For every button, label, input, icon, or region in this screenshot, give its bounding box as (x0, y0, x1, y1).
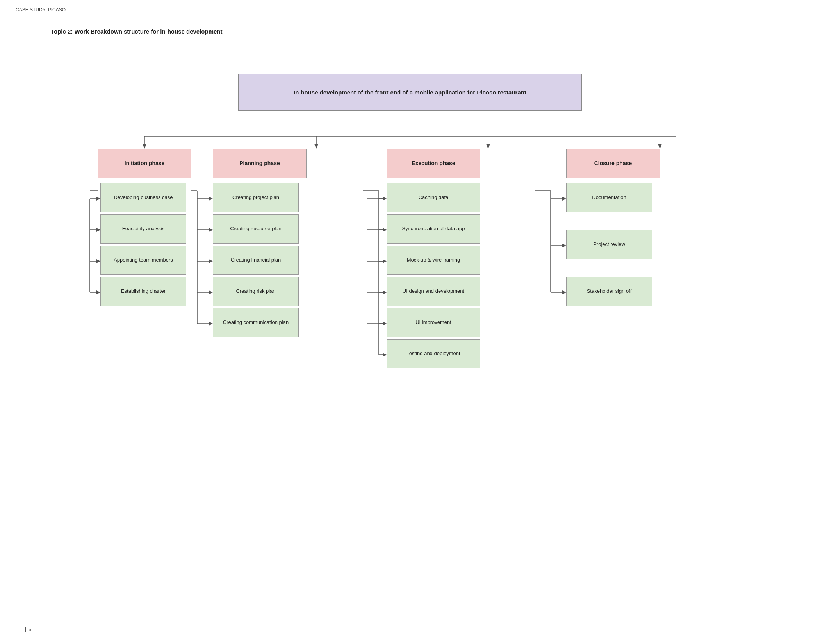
svg-marker-19 (96, 290, 100, 294)
phase-initiation: Initiation phase (98, 149, 191, 178)
plan-item-4: Creating risk plan (213, 277, 299, 306)
exec-item-5-text: UI improvement (415, 319, 451, 326)
svg-marker-53 (383, 322, 387, 326)
init-item-1-text: Developing business case (114, 194, 173, 201)
topic-title: Topic 2: Work Breakdown structure for in… (0, 12, 820, 43)
svg-marker-41 (383, 322, 387, 326)
closure-item-3-text: Stakeholder sign off (587, 288, 632, 295)
diagram-area: In-house development of the front-end of… (59, 43, 761, 74)
exec-item-4-text: UI design and development (403, 288, 464, 295)
svg-marker-15 (96, 228, 100, 232)
exec-item-6: Testing and deployment (387, 339, 480, 368)
plan-item-1-text: Creating project plan (232, 194, 279, 201)
closure-item-1: Documentation (566, 183, 652, 212)
svg-marker-51 (383, 290, 387, 294)
init-item-4-text: Establishing charter (121, 288, 166, 295)
closure-item-2: Project review (566, 230, 652, 259)
svg-marker-63 (562, 290, 566, 294)
phase-initiation-label: Initiation phase (125, 160, 165, 167)
phase-planning: Planning phase (213, 149, 307, 178)
svg-marker-3 (143, 144, 146, 149)
svg-marker-59 (562, 197, 566, 201)
closure-item-2-text: Project review (593, 241, 625, 248)
plan-item-5-text: Creating communication plan (223, 319, 289, 326)
phase-execution: Execution phase (387, 149, 480, 178)
svg-marker-9 (658, 144, 662, 149)
phase-planning-label: Planning phase (239, 160, 280, 167)
exec-item-3: Mock-up & wire framing (387, 246, 480, 275)
root-box-text: In-house development of the front-end of… (294, 88, 526, 96)
phase-execution-label: Execution phase (412, 160, 455, 167)
svg-marker-61 (562, 244, 566, 247)
svg-marker-13 (96, 197, 100, 201)
header-label: CASE STUDY: PICASO (16, 7, 66, 12)
init-item-4: Establishing charter (100, 277, 186, 306)
page-header: CASE STUDY: PICASO (0, 0, 820, 12)
svg-marker-25 (209, 228, 213, 232)
exec-item-1: Caching data (387, 183, 480, 212)
plan-item-2: Creating resource plan (213, 214, 299, 244)
svg-marker-29 (209, 290, 213, 294)
plan-item-3: Creating financial plan (213, 246, 299, 275)
svg-marker-33 (383, 197, 387, 201)
exec-item-6-text: Testing and deployment (406, 350, 460, 357)
closure-item-1-text: Documentation (592, 194, 626, 201)
init-item-3: Appointing team members (100, 246, 186, 275)
exec-item-5: UI improvement (387, 308, 480, 337)
svg-marker-31 (209, 322, 213, 326)
svg-marker-39 (383, 290, 387, 294)
exec-item-1-text: Caching data (419, 194, 449, 201)
phase-closure-label: Closure phase (594, 160, 632, 167)
topic-title-text: Topic 2: Work Breakdown structure for in… (51, 28, 223, 35)
page-footer: 6 (0, 624, 820, 632)
svg-marker-49 (383, 259, 387, 263)
plan-item-2-text: Creating resource plan (230, 225, 282, 232)
plan-item-4-text: Creating risk plan (236, 288, 275, 295)
plan-item-1: Creating project plan (213, 183, 299, 212)
svg-marker-27 (209, 259, 213, 263)
svg-marker-37 (383, 259, 387, 263)
connector-lines (59, 43, 761, 74)
init-item-1: Developing business case (100, 183, 186, 212)
phase-closure: Closure phase (566, 149, 660, 178)
plan-item-3-text: Creating financial plan (231, 256, 281, 263)
root-box: In-house development of the front-end of… (238, 74, 582, 111)
svg-marker-45 (383, 197, 387, 201)
exec-item-4: UI design and development (387, 277, 480, 306)
svg-marker-35 (383, 228, 387, 232)
svg-marker-23 (209, 197, 213, 201)
init-item-2: Feasibility analysis (100, 214, 186, 244)
svg-marker-47 (383, 228, 387, 232)
svg-marker-5 (314, 144, 318, 149)
closure-item-3: Stakeholder sign off (566, 277, 652, 306)
plan-item-5: Creating communication plan (213, 308, 299, 337)
svg-marker-55 (383, 353, 387, 357)
svg-marker-7 (486, 144, 490, 149)
svg-marker-17 (96, 259, 100, 263)
init-item-2-text: Feasibility analysis (122, 225, 164, 232)
exec-item-2: Synchronization of data app (387, 214, 480, 244)
exec-item-3-text: Mock-up & wire framing (407, 256, 460, 263)
exec-item-2-text: Synchronization of data app (402, 225, 465, 232)
page-number: 6 (25, 627, 31, 632)
init-item-3-text: Appointing team members (114, 256, 173, 263)
